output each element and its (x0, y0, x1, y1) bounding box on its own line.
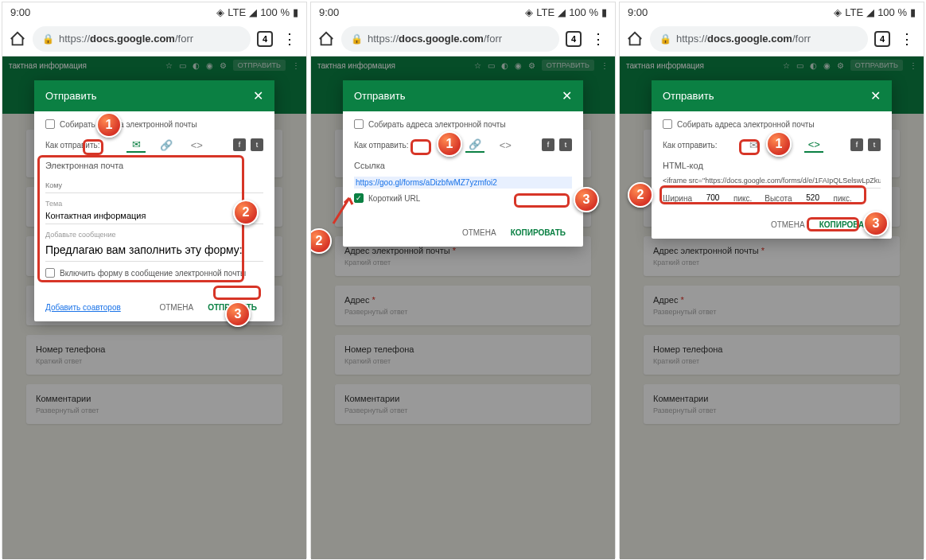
annotation-arrow (325, 192, 357, 231)
tabs-button[interactable]: 4 (566, 31, 582, 47)
wifi-icon: ◈ (216, 6, 224, 18)
annotation-badge-1: 1 (96, 112, 122, 138)
twitter-icon[interactable]: t (559, 138, 572, 151)
subject-input[interactable] (45, 208, 263, 224)
annotation-badge-3: 3 (863, 211, 889, 236)
tabs-button[interactable]: 4 (257, 31, 273, 47)
annotation-badge-1: 1 (766, 131, 792, 157)
address-bar[interactable]: 🔒https://docs.google.com/forr (341, 26, 559, 52)
embed-tab-icon[interactable]: <> (187, 137, 206, 153)
address-bar[interactable]: 🔒https://docs.google.com/forr (650, 26, 868, 52)
cancel-button[interactable]: ОТМЕНА (462, 228, 496, 237)
email-section: Электронная почта (45, 161, 263, 170)
copy-button[interactable]: КОПИРОВАТЬ (504, 225, 572, 240)
browser-toolbar: 🔒 https://docs.google.com/forr 4 ⋮ (2, 21, 306, 56)
close-icon[interactable]: ✕ (870, 88, 881, 103)
home-icon[interactable] (317, 30, 335, 48)
annotation-badge-3: 3 (574, 187, 599, 212)
lock-icon: 🔒 (42, 33, 54, 45)
embed-code[interactable]: <iframe src="https://docs.google.com/for… (663, 177, 881, 189)
home-icon[interactable] (626, 30, 644, 48)
home-icon[interactable] (9, 30, 26, 48)
embed-tab-icon[interactable]: <> (496, 137, 515, 153)
email-tab-icon[interactable]: ✉ (744, 137, 763, 153)
facebook-icon[interactable]: f (542, 138, 554, 151)
facebook-icon[interactable]: f (850, 138, 863, 151)
annotation-badge-1: 1 (437, 131, 462, 157)
include-form-checkbox[interactable] (45, 268, 55, 278)
close-icon[interactable]: ✕ (562, 88, 572, 103)
annotation-badge-2: 2 (233, 200, 259, 225)
cancel-button[interactable]: ОТМЕНА (159, 303, 193, 312)
message-input[interactable]: Предлагаю вам заполнить эту форму: (45, 239, 263, 262)
embed-tab-icon[interactable]: <> (804, 137, 823, 153)
width-input[interactable] (697, 193, 729, 203)
send-dialog-link: Отправить✕ Собирать адреса электронной п… (343, 80, 583, 247)
add-collaborators-link[interactable]: Добавить соавторов (45, 303, 121, 312)
to-input[interactable] (45, 178, 263, 193)
phone-screenshot-2: 9:00◈LTE◢100 %▮ 🔒https://docs.google.com… (310, 2, 616, 558)
battery-label: 100 % (260, 6, 290, 18)
facebook-icon[interactable]: f (233, 138, 246, 151)
lte-label: LTE (228, 6, 246, 18)
status-bar: 9:00 ◈ LTE ◢ 100 % ▮ (2, 2, 306, 21)
menu-icon[interactable]: ⋮ (588, 30, 609, 48)
dialog-title: Отправить (45, 90, 96, 102)
cancel-button[interactable]: ОТМЕНА (771, 220, 805, 229)
link-tab-icon[interactable]: 🔗 (157, 137, 176, 153)
email-tab-icon[interactable]: ✉ (126, 137, 146, 153)
twitter-icon[interactable]: t (868, 138, 881, 151)
clock: 9:00 (10, 6, 30, 18)
battery-icon: ▮ (293, 6, 298, 18)
phone-screenshot-1: 9:00 ◈ LTE ◢ 100 % ▮ 🔒 https://docs.goog… (2, 2, 307, 558)
annotation-badge-2: 2 (628, 182, 653, 208)
menu-icon[interactable]: ⋮ (897, 30, 917, 48)
tabs-button[interactable]: 4 (874, 31, 890, 47)
size-controls: Ширина пикс. Высота пикс. (663, 193, 881, 203)
menu-icon[interactable]: ⋮ (279, 30, 300, 48)
address-bar[interactable]: 🔒 https://docs.google.com/forr (33, 26, 251, 52)
signal-icon: ◢ (249, 6, 257, 18)
send-dialog-embed: Отправить✕ Собирать адреса электронной п… (652, 80, 892, 239)
status-icons: ◈ LTE ◢ 100 % ▮ (216, 6, 298, 18)
collect-checkbox[interactable] (45, 119, 55, 129)
twitter-icon[interactable]: t (251, 138, 263, 151)
link-tab-icon[interactable]: 🔗 (465, 137, 484, 153)
share-url[interactable]: https://goo.gl/forms/aDizbfwMZ7yzmfoi2 (354, 177, 572, 189)
height-input[interactable] (797, 193, 829, 203)
phone-screenshot-3: 9:00◈LTE◢100 %▮ 🔒https://docs.google.com… (619, 2, 924, 558)
collect-checkbox[interactable] (663, 119, 672, 129)
annotation-badge-3: 3 (225, 301, 251, 327)
collect-checkbox[interactable] (354, 119, 364, 129)
close-icon[interactable]: ✕ (253, 88, 263, 103)
